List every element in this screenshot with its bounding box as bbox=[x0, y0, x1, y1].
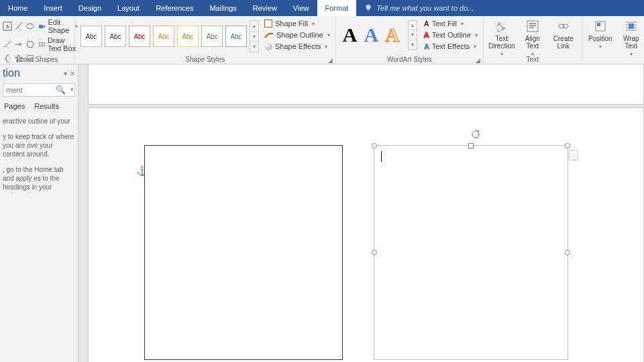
group-label-wordart-styles: WordArt Styles bbox=[336, 56, 483, 63]
nav-para-1: eractive outline of your bbox=[3, 117, 75, 126]
shape-fill-button[interactable]: Shape Fill▾ bbox=[263, 19, 331, 28]
navigation-pane-tabs: Pages Results bbox=[0, 99, 78, 113]
tab-layout[interactable]: Layout bbox=[109, 0, 148, 16]
text-fill-icon: A bbox=[424, 19, 429, 28]
resize-handle-ml[interactable] bbox=[372, 250, 377, 255]
wordart-style-1[interactable]: A bbox=[343, 24, 358, 46]
wordart-style-3[interactable]: A bbox=[385, 24, 400, 46]
svg-rect-20 bbox=[597, 23, 600, 26]
position-button[interactable]: Position▾ bbox=[585, 17, 616, 51]
align-text-button[interactable]: Align Text▾ bbox=[517, 17, 548, 58]
shape-styles-expand[interactable]: ▴▾▾ bbox=[250, 20, 259, 52]
navigation-pane-title: tion bbox=[3, 67, 20, 79]
document-canvas[interactable]: ⚓ bbox=[78, 64, 644, 362]
group-shape-styles: Abc Abc Abc Abc Abc Abc Abc ▴▾▾ Shape Fi… bbox=[75, 16, 336, 64]
nav-para-3: , go to the Home tab and apply es to the… bbox=[3, 165, 75, 191]
svg-point-3 bbox=[27, 24, 34, 29]
wordart-gallery[interactable]: A A A ▴▾▾ bbox=[339, 17, 421, 50]
wrap-text-icon bbox=[625, 19, 638, 34]
resize-handle-mr[interactable] bbox=[565, 250, 570, 255]
edit-shape-icon bbox=[39, 21, 45, 31]
tab-view[interactable]: View bbox=[285, 0, 317, 16]
page-1-bottom bbox=[88, 64, 644, 105]
tell-me-search[interactable]: Tell me what you want to do... bbox=[356, 0, 644, 16]
text-box-icon: A bbox=[39, 40, 45, 49]
text-outline-button[interactable]: AText Outline▾ bbox=[423, 30, 479, 40]
text-effects-icon: A bbox=[424, 42, 429, 50]
shape-style-6[interactable]: Abc bbox=[201, 26, 223, 47]
wordart-launcher[interactable]: ◢ bbox=[476, 57, 481, 62]
navigation-pane-close-icon[interactable]: ✕ bbox=[70, 70, 75, 77]
group-label-shape-styles: Shape Styles bbox=[75, 56, 335, 63]
shape-connector-icon[interactable] bbox=[3, 40, 12, 49]
resize-handle-tr[interactable] bbox=[565, 143, 570, 148]
shape-outline-button[interactable]: Shape Outline▾ bbox=[263, 30, 331, 40]
navigation-pane: tion ▾ ✕ 🔍 ▾ Pages Results eractive outl… bbox=[0, 64, 78, 362]
workspace: tion ▾ ✕ 🔍 ▾ Pages Results eractive outl… bbox=[0, 64, 644, 362]
nav-tab-pages[interactable]: Pages bbox=[4, 102, 25, 110]
layout-options-button[interactable] bbox=[569, 150, 578, 161]
position-icon bbox=[594, 19, 607, 34]
resize-handle-tl[interactable] bbox=[372, 143, 377, 148]
tab-mailings[interactable]: Mailings bbox=[201, 0, 244, 16]
wordart-expand[interactable]: ▴▾▾ bbox=[408, 20, 417, 50]
group-insert-shapes: A Edit Shape▾ A Draw Text Box bbox=[0, 16, 75, 64]
text-outline-icon: A bbox=[424, 31, 429, 39]
svg-text:A: A bbox=[500, 26, 506, 30]
shape-styles-gallery[interactable]: Abc Abc Abc Abc Abc Abc Abc ▴▾▾ bbox=[78, 17, 262, 52]
svg-line-2 bbox=[15, 23, 23, 30]
svg-marker-6 bbox=[27, 42, 34, 48]
navigation-search-input[interactable] bbox=[3, 83, 75, 97]
ribbon: A Edit Shape▾ A Draw Text Box bbox=[0, 16, 644, 64]
search-options-caret-icon[interactable]: ▾ bbox=[70, 86, 74, 93]
wordart-style-2[interactable]: A bbox=[364, 24, 378, 46]
edit-shape-button[interactable]: Edit Shape▾ bbox=[37, 17, 80, 35]
shape-fill-icon bbox=[264, 19, 272, 28]
align-text-icon bbox=[526, 19, 539, 34]
text-direction-button[interactable]: AA Text Direction▾ bbox=[486, 17, 517, 58]
resize-handle-tc[interactable] bbox=[468, 143, 474, 148]
shape-effects-button[interactable]: Shape Effects▾ bbox=[263, 42, 331, 51]
shape-style-5[interactable]: Abc bbox=[177, 26, 199, 47]
tab-format[interactable]: Format bbox=[317, 0, 357, 16]
tab-references[interactable]: References bbox=[148, 0, 201, 16]
shape-textbox-icon[interactable]: A bbox=[3, 21, 12, 31]
svg-marker-5 bbox=[42, 26, 45, 28]
navigation-pane-options-icon[interactable]: ▾ bbox=[64, 70, 67, 77]
navigation-search[interactable]: 🔍 ▾ bbox=[3, 83, 75, 97]
draw-text-box-button[interactable]: A Draw Text Box bbox=[37, 36, 80, 53]
shape-style-2[interactable]: Abc bbox=[105, 26, 126, 47]
text-box-shape-right-selected[interactable] bbox=[374, 145, 568, 360]
text-effects-button[interactable]: AText Effects▾ bbox=[423, 42, 479, 51]
tab-design[interactable]: Design bbox=[70, 0, 109, 16]
shape-arrow-icon[interactable] bbox=[14, 40, 23, 49]
shape-style-4[interactable]: Abc bbox=[153, 26, 174, 47]
shape-style-7[interactable]: Abc bbox=[225, 26, 247, 47]
shape-outline-icon bbox=[264, 32, 274, 38]
svg-marker-40 bbox=[478, 130, 480, 132]
text-direction-icon: AA bbox=[495, 19, 508, 34]
rotate-handle-icon[interactable] bbox=[470, 129, 481, 140]
nav-tab-results[interactable]: Results bbox=[34, 102, 59, 110]
shape-line-icon[interactable] bbox=[14, 21, 23, 31]
tab-home[interactable]: Home bbox=[0, 0, 36, 16]
group-arrange: Position▾ Wrap Text▾ Bring Forward▾ Send… bbox=[582, 16, 644, 64]
group-label-insert-shapes: Insert Shapes bbox=[0, 56, 74, 63]
tab-insert[interactable]: Insert bbox=[36, 0, 70, 16]
shape-oval-icon[interactable] bbox=[25, 21, 35, 31]
text-fill-button[interactable]: AText Fill▾ bbox=[423, 19, 479, 28]
svg-rect-4 bbox=[40, 25, 43, 28]
shape-styles-launcher[interactable]: ◢ bbox=[328, 57, 333, 62]
svg-rect-13 bbox=[527, 21, 538, 32]
svg-text:A: A bbox=[5, 24, 9, 30]
shape-style-3[interactable]: Abc bbox=[129, 26, 150, 47]
create-link-button[interactable]: Create Link bbox=[548, 17, 579, 51]
shape-effects-icon bbox=[264, 42, 272, 50]
shape-style-1[interactable]: Abc bbox=[80, 26, 102, 47]
text-box-shape-left[interactable] bbox=[144, 145, 343, 360]
tab-review[interactable]: Review bbox=[245, 0, 285, 16]
group-text: AA Text Direction▾ Align Text▾ Create Li… bbox=[484, 16, 582, 64]
wrap-text-button[interactable]: Wrap Text▾ bbox=[616, 17, 644, 58]
group-wordart-styles: A A A ▴▾▾ AText Fill▾ AText Outline▾ ATe… bbox=[336, 16, 484, 64]
shape-hexagon-icon[interactable] bbox=[25, 40, 35, 49]
